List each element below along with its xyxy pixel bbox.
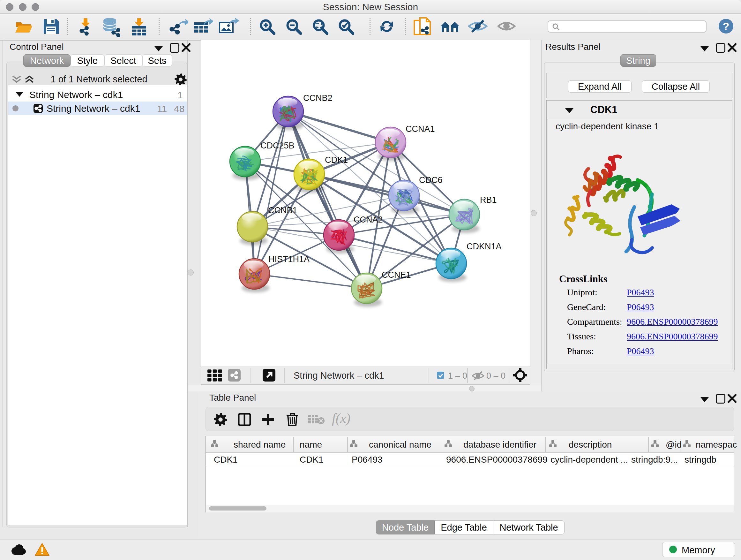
svg-text:RB1: RB1	[480, 195, 497, 205]
svg-text:CDC6: CDC6	[419, 175, 443, 185]
svg-text:CCNB2: CCNB2	[303, 93, 333, 103]
svg-text:CDK1: CDK1	[325, 155, 348, 165]
svg-text:CCNA2: CCNA2	[354, 215, 383, 225]
svg-text:CCNA1: CCNA1	[406, 124, 435, 134]
svg-text:HIST1H1A: HIST1H1A	[268, 254, 310, 264]
svg-text:CDKN1A: CDKN1A	[467, 242, 502, 251]
svg-text:CDC25B: CDC25B	[260, 141, 294, 150]
svg-text:CCNE1: CCNE1	[382, 270, 411, 280]
svg-text:CCNB1: CCNB1	[268, 206, 297, 215]
